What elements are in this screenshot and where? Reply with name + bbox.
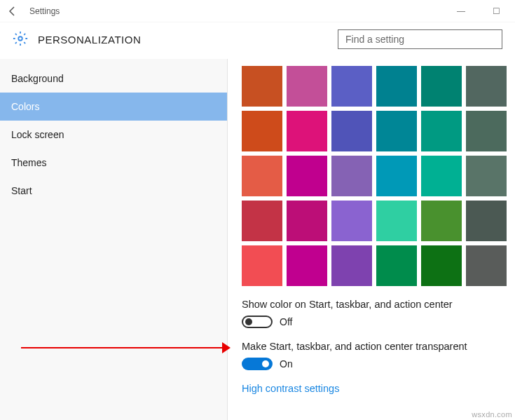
color-swatch[interactable] (287, 66, 327, 107)
color-swatch[interactable] (242, 245, 282, 286)
window-title: Settings (29, 6, 60, 16)
show-color-label: Show color on Start, taskbar, and action… (242, 299, 511, 310)
sidebar-item-colors[interactable]: Colors (0, 93, 227, 121)
color-swatch[interactable] (421, 66, 462, 107)
color-swatch[interactable] (287, 245, 327, 286)
sidebar: Background Colors Lock screen Themes Sta… (0, 59, 228, 420)
color-swatch[interactable] (466, 201, 507, 241)
color-swatch[interactable] (376, 201, 417, 241)
color-swatch[interactable] (242, 156, 282, 196)
show-color-state: Off (280, 316, 292, 327)
show-color-toggle[interactable] (242, 316, 273, 328)
color-swatch[interactable] (421, 201, 462, 241)
watermark: wsxdn.com (472, 410, 512, 419)
color-swatch[interactable] (331, 111, 372, 151)
sidebar-item-start[interactable]: Start (0, 177, 227, 205)
color-swatch[interactable] (421, 245, 462, 286)
color-swatch[interactable] (331, 156, 372, 196)
color-swatch[interactable] (421, 156, 462, 196)
color-swatch[interactable] (466, 245, 507, 286)
page-title: PERSONALIZATION (38, 34, 141, 46)
svg-point-0 (18, 36, 22, 41)
color-swatch[interactable] (331, 66, 372, 107)
color-swatch[interactable] (376, 245, 417, 286)
accent-color-grid (242, 66, 511, 286)
color-swatch[interactable] (242, 111, 282, 151)
color-swatch[interactable] (466, 66, 507, 107)
color-swatch[interactable] (421, 111, 462, 151)
high-contrast-link[interactable]: High contrast settings (242, 383, 511, 394)
transparent-toggle[interactable] (242, 358, 273, 370)
color-swatch[interactable] (287, 156, 327, 196)
sidebar-item-lockscreen[interactable]: Lock screen (0, 121, 227, 149)
transparent-state: On (280, 358, 293, 370)
color-swatch[interactable] (376, 66, 417, 107)
color-swatch[interactable] (331, 245, 372, 286)
color-swatch[interactable] (287, 111, 327, 151)
search-input[interactable] (338, 29, 502, 49)
maximize-button[interactable]: ☐ (483, 6, 509, 16)
color-swatch[interactable] (466, 156, 507, 196)
color-swatch[interactable] (466, 111, 507, 151)
back-button[interactable] (6, 4, 20, 18)
color-swatch[interactable] (376, 156, 417, 196)
annotation-arrowhead (222, 342, 231, 353)
sidebar-item-themes[interactable]: Themes (0, 149, 227, 177)
color-swatch[interactable] (242, 66, 282, 107)
minimize-button[interactable]: — (448, 6, 474, 16)
color-swatch[interactable] (287, 201, 327, 241)
color-swatch[interactable] (242, 201, 282, 241)
transparent-label: Make Start, taskbar, and action center t… (242, 341, 511, 352)
color-swatch[interactable] (376, 111, 417, 151)
color-swatch[interactable] (331, 201, 372, 241)
main-panel: Show color on Start, taskbar, and action… (228, 59, 515, 420)
sidebar-item-background[interactable]: Background (0, 65, 227, 93)
annotation-arrow (21, 347, 224, 348)
gear-icon (13, 31, 28, 48)
